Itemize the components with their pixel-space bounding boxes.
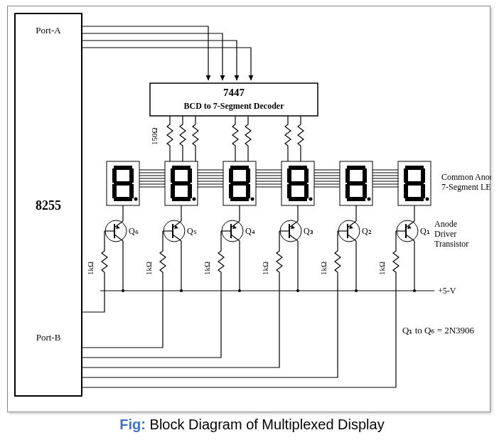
caption-label: Fig:	[119, 417, 146, 432]
r1k-2: 1kΩ	[144, 262, 153, 275]
q3-label: Q₃	[304, 226, 313, 236]
r1k-5: 1kΩ	[319, 262, 328, 275]
driver-label-3: Transistor	[434, 239, 468, 249]
supply-label: +5-V	[438, 286, 456, 296]
svg-point-75	[238, 289, 241, 292]
q6-label: Q₆	[129, 226, 139, 236]
anode-lines	[123, 205, 414, 221]
r1k-4: 1kΩ	[261, 262, 269, 275]
port-a-bus	[82, 26, 251, 80]
diagram-frame: 8255 Port-A Port-B 7447 BCD to 7-Segment…	[7, 6, 490, 412]
transistor-note: Q₁ to Q₆ = 2N3906	[402, 325, 475, 336]
svg-point-77	[355, 289, 358, 292]
circuit-svg: 8255 Port-A Port-B 7447 BCD to 7-Segment…	[8, 6, 491, 413]
r1k-1: 1kΩ	[86, 262, 95, 275]
led-label-1: Common Anode	[441, 172, 491, 182]
figure-caption: Fig: Block Diagram of Multiplexed Displa…	[0, 417, 504, 433]
svg-point-78	[413, 289, 416, 292]
resistor-150-label: 150Ω	[150, 127, 159, 145]
q4-label: Q₄	[245, 226, 255, 236]
caption-text: Block Diagram of Multiplexed Display	[146, 417, 385, 432]
decoder-title: 7447	[223, 87, 245, 98]
q2-label: Q₂	[362, 226, 372, 236]
q1-label: Q₁	[420, 226, 430, 236]
svg-point-76	[296, 289, 299, 292]
driver-label-1: Anode	[434, 219, 457, 229]
led-label-2: 7-Segment LEDs	[441, 182, 491, 192]
decoder-subtitle: BCD to 7-Segment Decoder	[184, 101, 285, 111]
port-b-label: Port-B	[36, 332, 61, 343]
svg-point-74	[180, 289, 183, 292]
r1k-6: 1kΩ	[377, 262, 386, 275]
svg-point-73	[122, 289, 124, 292]
driver-label-2: Driver	[434, 229, 456, 239]
displays	[107, 161, 431, 205]
segment-bus	[107, 170, 427, 187]
port-a-label: Port-A	[36, 25, 61, 36]
chip-8255-label: 8255	[36, 198, 61, 213]
r1k-3: 1kΩ	[203, 262, 211, 275]
q5-label: Q₅	[187, 226, 197, 236]
